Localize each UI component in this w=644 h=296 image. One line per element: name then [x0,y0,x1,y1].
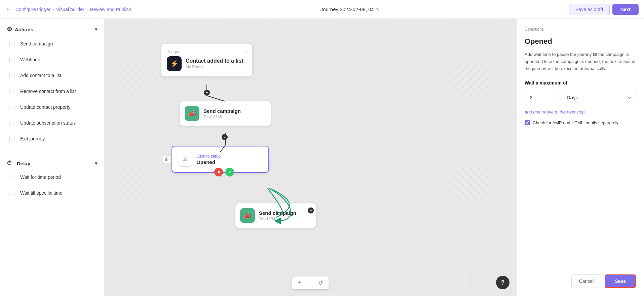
topnav-center: Journey 2024-02-08, 04 ✎ [135,6,565,12]
cancel-button[interactable]: Cancel [571,274,602,288]
delay-header-left: ⏱ Delay [7,160,30,166]
connector-dot-2: ▾ [222,134,228,140]
sidebar-item-update-contact[interactable]: ⋮⋮ Update contact property [0,99,104,115]
delay-chevron-icon: ▾ [95,161,97,166]
opened-setup-label: Click to setup [196,154,221,159]
amp-html-checkbox[interactable] [525,120,530,125]
drag-handle-icon: ⋮⋮ [7,88,16,94]
svg-line-1 [207,96,225,101]
zoom-controls: + − ↺ [292,276,328,289]
breadcrumb-sep1: › [52,7,54,12]
opened-body: ✉ Click to setup Opened [178,152,263,167]
breadcrumb: Configure trigger › Visual builder › Rev… [15,7,131,12]
zoom-in-button[interactable]: + [295,278,303,287]
breadcrumb-configure[interactable]: Configure trigger [15,7,50,12]
amp-html-checkbox-row: Check for AMP and HTML emails separately [525,120,636,125]
journey-title: Journey 2024-02-08, 04 ✎ [320,6,380,12]
trigger-icon: ⚡ [167,56,182,71]
next-button[interactable]: Next [612,4,639,15]
actions-chevron-icon: ▾ [95,27,97,32]
sidebar-item-send-campaign[interactable]: ⋮⋮ Send campaign [0,36,104,52]
trigger-body: ⚡ Contact added to a list My Emails [167,56,247,71]
trigger-subtitle: My Emails [186,65,243,69]
sidebar-item-exit-journey[interactable]: ⋮⋮ Exit journey [0,131,104,146]
send-campaign-1-body: 📣 Send campaign Test12345 [185,106,266,121]
drag-handle-icon: ⋮⋮ [7,120,16,126]
back-button[interactable]: ← [5,6,11,13]
canvas: ▾ ▾ ▾ Trigger ⚡ Contact added to a list … [104,19,516,296]
delay-header[interactable]: ⏱ Delay ▾ [0,158,104,169]
right-panel: Conditions Opened Add wait time to pause… [516,19,644,296]
send-campaign-2-subtitle: Test1234 [259,217,296,221]
panel-footer: Cancel Save [525,269,636,288]
clock-icon: ⏱ [7,160,12,166]
sidebar-item-wait-specific[interactable]: ⋮⋮ Wait till specific time [0,185,104,201]
drag-handle-icon: ⋮⋮ [7,40,16,47]
gear-icon: ⚙ [7,26,12,33]
drag-handle-icon: ⋮⋮ [7,56,16,63]
trigger-node[interactable]: Trigger ⚡ Contact added to a list My Ema… [161,44,252,76]
panel-description: Add wait time to pause the journey till … [525,51,636,72]
sidebar-item-webhook[interactable]: ⋮⋮ Webhook [0,52,104,67]
send-campaign-node-2[interactable]: 📣 Send campaign Test1234 [235,203,316,228]
zoom-out-button[interactable]: − [306,278,313,287]
save-as-draft-button[interactable]: Save as draft [569,4,610,15]
send-campaign-node-1[interactable]: 📣 Send campaign Test12345 [180,101,271,126]
reject-button[interactable]: ✕ [214,168,223,176]
drag-handle-icon: ⋮⋮ [7,174,16,180]
sidebar-item-update-subscription[interactable]: ⋮⋮ Update subscription status [0,115,104,131]
campaign-icon-1: 📣 [185,106,199,121]
opened-node[interactable]: 🗑 ✉ Click to setup Opened ✕ ✓ [172,146,269,173]
delay-section: ⏱ Delay ▾ ⋮⋮ Wait for time period ⋮⋮ Wai… [0,154,104,205]
and-then-label: and then move to the next step. [525,109,636,114]
panel-title: Opened [525,37,636,46]
sidebar-divider [5,152,99,152]
opened-title: Opened [196,159,221,165]
accept-button[interactable]: ✓ [225,168,234,176]
breadcrumb-sep2: › [86,7,88,12]
drag-handle-icon: ⋮⋮ [7,104,16,110]
trigger-label: Trigger [167,50,247,54]
connector-dot-3: ▾ [308,207,314,213]
topnav-actions: Save as draft Next [569,4,639,15]
send-campaign-1-text: Send campaign Test12345 [203,108,241,119]
zoom-reset-button[interactable]: ↺ [316,278,325,287]
sidebar-item-add-contact[interactable]: ⋮⋮ Add contact to a list [0,67,104,83]
topnav: ← Configure trigger › Visual builder › R… [0,0,644,19]
trigger-text: Contact added to a list My Emails [186,58,243,69]
breadcrumb-visual-builder[interactable]: Visual builder [56,7,84,12]
send-campaign-2-body: 📣 Send campaign Test1234 [240,208,311,223]
actions-label: Actions [15,27,33,32]
wait-row: Days Hours Minutes Weeks [525,91,636,104]
breadcrumb-review[interactable]: Review and Publish [90,7,131,12]
drag-handle-icon: ⋮⋮ [7,72,16,78]
send-campaign-1-title: Send campaign [203,108,241,114]
trigger-menu-icon[interactable]: ⋯ [242,48,248,56]
wait-maximum-label: Wait a maximum of [525,80,636,86]
send-campaign-2-text: Send campaign Test1234 [259,210,296,221]
drag-handle-icon: ⋮⋮ [7,190,16,196]
campaign-icon-2: 📣 [240,208,255,223]
delete-node-button[interactable]: 🗑 [163,155,171,163]
send-campaign-1-subtitle: Test12345 [203,114,241,119]
actions-header-left: ⚙ Actions [7,26,33,33]
trigger-title: Contact added to a list [186,58,243,64]
opened-icon: ✉ [178,152,192,167]
wait-unit-select[interactable]: Days Hours Minutes Weeks [562,91,636,104]
sidebar-item-remove-contact[interactable]: ⋮⋮ Remove contact from a list [0,83,104,99]
connector-dot-1: ▾ [204,90,210,96]
drag-handle-icon: ⋮⋮ [7,135,16,142]
conditions-label: Conditions [525,27,636,32]
amp-html-label: Check for AMP and HTML emails separately [533,120,618,125]
wait-value-input[interactable] [525,91,558,104]
sidebar-item-wait-period[interactable]: ⋮⋮ Wait for time period [0,169,104,185]
sidebar: ⚙ Actions ▾ ⋮⋮ Send campaign ⋮⋮ Webhook … [0,19,104,296]
actions-section: ⚙ Actions ▾ ⋮⋮ Send campaign ⋮⋮ Webhook … [0,19,104,151]
actions-items-list: ⋮⋮ Send campaign ⋮⋮ Webhook ⋮⋮ Add conta… [0,36,104,146]
actions-header[interactable]: ⚙ Actions ▾ [0,23,104,36]
help-button[interactable]: ? [496,276,509,289]
opened-text: Click to setup Opened [196,154,221,165]
save-button[interactable]: Save [605,274,636,288]
delay-label: Delay [17,161,30,166]
edit-title-icon[interactable]: ✎ [376,7,380,12]
